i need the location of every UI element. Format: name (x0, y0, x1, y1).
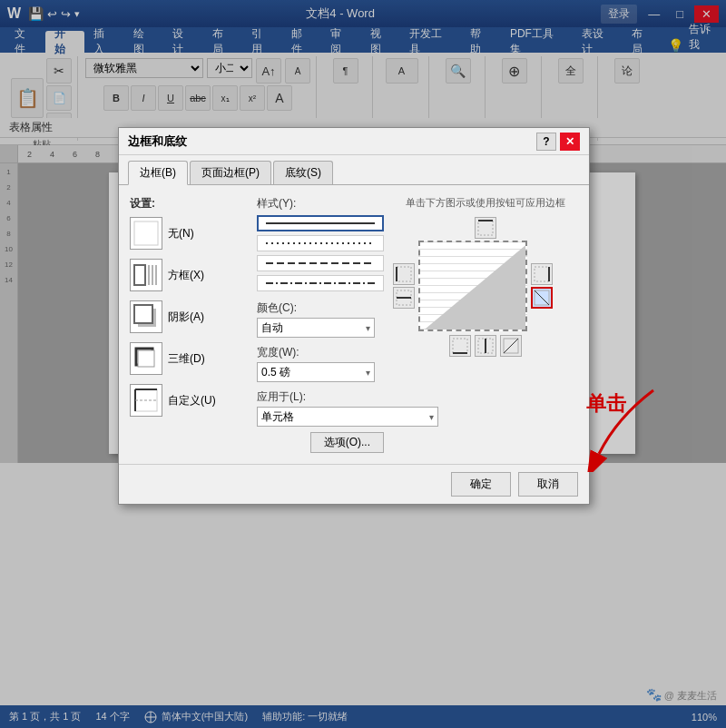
setting-custom-icon (130, 384, 162, 417)
setting-3d-icon (130, 342, 162, 375)
options-button[interactable]: 选项(O)... (310, 432, 384, 453)
tab-border[interactable]: 边框(B) (128, 161, 188, 185)
preview-controls-left (393, 263, 415, 309)
svg-rect-1 (134, 265, 145, 285)
preview-controls-top (393, 217, 578, 239)
svg-rect-7 (134, 305, 152, 323)
settings-label: 设置: (130, 196, 248, 212)
color-row: 颜色(C): 自动 ▾ (257, 300, 384, 338)
options-row: 选项(O)... (257, 432, 384, 453)
settings-panel: 设置: 无(N) 方框(X) (130, 196, 248, 453)
preview-panel: 单击下方图示或使用按钮可应用边框 (393, 196, 578, 453)
preview-controls-bottom (393, 335, 578, 357)
preview-diagonal2-btn[interactable] (500, 335, 522, 357)
svg-rect-9 (138, 350, 154, 367)
setting-custom[interactable]: 自定义(U) (130, 384, 248, 417)
dialog-title-buttons: ? ✕ (536, 133, 580, 151)
tab-page-border[interactable]: 页面边框(P) (190, 161, 271, 184)
preview-diagonal (420, 242, 525, 330)
style-solid[interactable] (257, 215, 384, 231)
dialog-title: 边框和底纹 ? ✕ (119, 128, 589, 155)
svg-rect-20 (397, 267, 411, 281)
color-select[interactable]: 自动 ▾ (257, 318, 375, 338)
style-dashdot[interactable] (257, 275, 384, 291)
preview-middle-vert-btn[interactable] (475, 335, 496, 357)
setting-box-label: 方框(X) (168, 268, 204, 283)
svg-line-27 (535, 290, 549, 305)
apply-to-row: 应用于(L): 单元格 ▾ 选项(O)... (257, 389, 384, 453)
color-label: 颜色(C): (257, 300, 384, 316)
width-row: 宽度(W): 0.5 磅 ▾ (257, 345, 384, 382)
preview-controls-right (531, 263, 553, 309)
preview-middle (393, 241, 578, 331)
setting-custom-label: 自定义(U) (168, 393, 216, 408)
setting-3d-label: 三维(D) (168, 351, 205, 367)
svg-rect-24 (535, 267, 549, 281)
setting-box[interactable]: 方框(X) (130, 259, 248, 291)
style-panel: 样式(Y): (257, 196, 384, 453)
setting-none-icon (130, 217, 162, 250)
setting-shadow-icon (130, 300, 162, 333)
svg-rect-18 (478, 221, 493, 235)
dialog-footer: 确定 取消 (119, 464, 589, 504)
width-select[interactable]: 0.5 磅 ▾ (257, 362, 375, 382)
width-label: 宽度(W): (257, 345, 384, 360)
preview-hint: 单击下方图示或使用按钮可应用边框 (393, 196, 578, 210)
preview-right-border-btn[interactable] (531, 263, 553, 285)
border-shading-dialog: 边框和底纹 ? ✕ 边框(B) 页面边框(P) 底纹(S) 设置: 无(N) (118, 127, 590, 505)
dialog-title-text: 边框和底纹 (128, 133, 536, 150)
dialog-tabs: 边框(B) 页面边框(P) 底纹(S) (119, 155, 589, 185)
preview-box-container (418, 241, 527, 331)
svg-line-33 (504, 339, 518, 353)
preview-middle-horiz-btn[interactable] (393, 287, 415, 309)
dialog-help-button[interactable]: ? (536, 133, 556, 151)
cancel-button[interactable]: 取消 (518, 472, 578, 497)
svg-rect-0 (134, 221, 158, 245)
setting-shadow-label: 阴影(A) (168, 310, 204, 325)
ok-button[interactable]: 确定 (451, 472, 511, 497)
style-label: 样式(Y): (257, 196, 384, 212)
preview-left-border-btn[interactable] (393, 263, 415, 285)
apply-to-label: 应用于(L): (257, 389, 384, 405)
style-dotted[interactable] (257, 235, 384, 251)
tab-shading[interactable]: 底纹(S) (273, 161, 333, 184)
setting-shadow[interactable]: 阴影(A) (130, 300, 248, 333)
dialog-body: 设置: 无(N) 方框(X) (119, 185, 589, 464)
setting-none[interactable]: 无(N) (130, 217, 248, 250)
preview-diagonal-btn[interactable] (531, 287, 553, 309)
style-options (257, 215, 384, 291)
svg-rect-28 (453, 339, 467, 353)
style-dashed[interactable] (257, 255, 384, 271)
preview-box[interactable] (418, 241, 527, 331)
setting-3d[interactable]: 三维(D) (130, 342, 248, 375)
preview-top-border-btn[interactable] (475, 217, 496, 239)
preview-bottom-border-btn[interactable] (449, 335, 471, 357)
dialog-close-button[interactable]: ✕ (560, 133, 580, 151)
setting-none-label: 无(N) (168, 226, 194, 241)
setting-box-icon (130, 259, 162, 291)
